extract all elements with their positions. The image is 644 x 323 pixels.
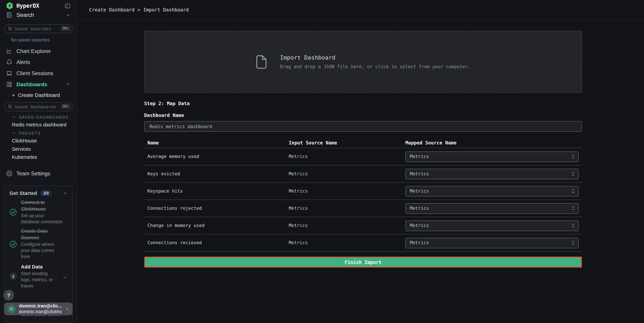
row-name: Keys evicted <box>144 171 289 177</box>
dashboard-name-input[interactable] <box>144 121 582 132</box>
panel-collapse-icon <box>64 3 70 9</box>
search-section-label: Search <box>16 12 34 18</box>
get-started-step-sources[interactable]: Create Data Sources Configure where your… <box>10 228 67 260</box>
finish-import-button[interactable]: Finish Import <box>144 257 582 268</box>
step-heading: Step 2: Map Data <box>144 101 582 106</box>
row-input-source: Metrics <box>289 171 406 177</box>
mapped-source-select[interactable]: Metrics <box>406 168 579 179</box>
breadcrumb-separator: > <box>138 7 140 12</box>
preset-item-kubernetes[interactable]: Kubernetes <box>0 153 77 161</box>
presets-header[interactable]: PRESETS <box>0 131 77 135</box>
saved-searches-input[interactable]: Saved Searches ⌘K <box>4 24 72 33</box>
create-dashboard-button[interactable]: + Create Dashboard <box>0 92 77 98</box>
sidebar-collapse-button[interactable] <box>64 3 70 9</box>
select-chevrons-icon <box>571 188 575 194</box>
breadcrumb-create-dashboard[interactable]: Create Dashboard <box>89 7 134 12</box>
create-dashboard-label: Create Dashboard <box>18 92 60 98</box>
mapped-source-select[interactable]: Metrics <box>406 151 579 162</box>
saved-searches-placeholder: Saved Searches <box>15 26 58 31</box>
user-menu[interactable]: D dominic.tran@clic... dominic.tran@clic… <box>4 303 72 315</box>
progress-badge: 2/3 <box>40 190 52 196</box>
dashboard-grid-icon <box>6 81 12 87</box>
step-title: Connect to ClickHouse <box>21 200 63 213</box>
saved-dashboards-placeholder: Saved Dashboards <box>15 104 58 109</box>
nav-label: Chart Explorer <box>16 48 51 54</box>
json-dropzone[interactable]: Import Dashboard Drag and drop a JSON fi… <box>144 31 582 93</box>
file-icon <box>256 55 267 69</box>
journal-icon <box>6 12 12 18</box>
bell-icon <box>6 59 12 65</box>
sidebar: HyperDX <box>0 0 77 323</box>
table-header-row: Name Input Source Name Mapped Source Nam… <box>144 138 582 148</box>
row-input-source: Metrics <box>289 223 406 228</box>
nav-label: Alerts <box>16 59 30 65</box>
step-subtitle: Start sending logs, metrics, or traces <box>21 271 58 289</box>
column-header-mapped-source: Mapped Source Name <box>406 140 582 145</box>
sidebar-logo-row: HyperDX <box>0 0 77 11</box>
shortcut-badge: ⌘K <box>60 104 71 109</box>
arrow-right-icon: → <box>62 273 67 280</box>
saved-dashboards-header[interactable]: SAVED DASHBOARDS <box>0 115 77 119</box>
sidebar-item-client-sessions[interactable]: Client Sessions <box>0 68 77 79</box>
select-chevrons-icon <box>571 240 575 246</box>
row-input-source: Metrics <box>289 206 406 211</box>
chevron-right-icon <box>65 307 70 311</box>
get-started-step-add-data[interactable]: 3 Add Data Start sending logs, metrics, … <box>10 264 67 289</box>
hyperdx-logo-icon <box>6 2 13 9</box>
row-input-source: Metrics <box>289 188 406 194</box>
breadcrumb-import-dashboard[interactable]: Import Dashboard <box>143 7 188 12</box>
saved-dashboard-item[interactable]: Redis metrics dashboard <box>0 121 77 129</box>
help-button[interactable]: ? <box>3 290 14 300</box>
sidebar-item-dashboards[interactable]: Dashboards <box>0 79 77 90</box>
row-input-source: Metrics <box>289 240 406 246</box>
chevron-up-icon <box>66 13 70 17</box>
preset-item-services[interactable]: Services <box>0 145 77 153</box>
user-email: dominic.tran@clickho... <box>19 309 62 315</box>
table-row: Keyspace hits Metrics Metrics <box>144 183 582 200</box>
step-number-badge: 3 <box>10 273 17 280</box>
laptop-icon <box>6 70 12 76</box>
sidebar-item-alerts[interactable]: Alerts <box>0 56 77 68</box>
avatar: D <box>8 305 16 313</box>
step-title: Add Data <box>21 264 58 270</box>
dashboard-name-label: Dashboard Name <box>144 112 582 118</box>
column-header-name: Name <box>144 140 289 145</box>
get-started-step-connect[interactable]: Connect to ClickHouse Set up your databa… <box>10 200 67 225</box>
check-circle-icon <box>10 209 17 216</box>
mapped-source-select[interactable]: Metrics <box>406 203 579 214</box>
check-circle-icon <box>10 240 17 248</box>
sidebar-item-chart-explorer[interactable]: Chart Explorer <box>0 45 77 57</box>
row-input-source: Metrics <box>289 154 406 159</box>
mapping-table: Name Input Source Name Mapped Source Nam… <box>144 138 582 252</box>
table-row: Connections recieved Metrics Metrics <box>144 234 582 252</box>
row-name: Average memory used <box>144 154 289 159</box>
get-started-header[interactable]: Get Started 2/3 <box>10 190 67 196</box>
select-chevrons-icon <box>571 154 575 160</box>
line-chart-icon <box>6 48 12 54</box>
nav-label: Dashboards <box>16 81 47 87</box>
dropzone-title: Import Dashboard <box>280 54 470 61</box>
table-row: Connections rejected Metrics Metrics <box>144 200 582 217</box>
breadcrumb: Create Dashboard > Import Dashboard <box>89 7 189 12</box>
mapped-source-select[interactable]: Metrics <box>406 237 579 248</box>
team-settings-label: Team Settings <box>16 170 50 176</box>
chevron-down-icon <box>12 131 16 135</box>
mapped-source-select[interactable]: Metrics <box>406 220 579 231</box>
chevron-up-icon <box>62 191 67 196</box>
select-chevrons-icon <box>571 205 575 211</box>
mapped-source-select[interactable]: Metrics <box>406 186 579 196</box>
sidebar-item-team-settings[interactable]: Team Settings <box>0 170 77 176</box>
sidebar-section-search[interactable]: Search <box>0 11 77 19</box>
brand-link[interactable]: HyperDX <box>6 2 39 9</box>
saved-dashboards-input[interactable]: Saved Dashboards ⌘K <box>4 102 72 111</box>
search-icon <box>8 104 12 109</box>
table-row: Keys evicted Metrics Metrics <box>144 165 582 183</box>
table-row: Average memory used Metrics Metrics <box>144 148 582 165</box>
chevron-down-icon <box>12 115 16 119</box>
row-name: Change in memory used <box>144 223 289 228</box>
preset-item-clickhouse[interactable]: ClickHouse <box>0 137 77 145</box>
step-title: Create Data Sources <box>21 228 63 241</box>
search-icon <box>8 26 12 31</box>
topbar: Create Dashboard > Import Dashboard <box>77 0 644 20</box>
select-chevrons-icon <box>571 171 575 177</box>
